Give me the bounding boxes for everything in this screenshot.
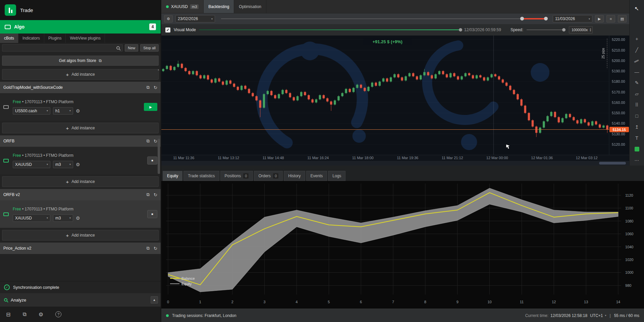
symbol-select[interactable]: XAUUSD▾	[13, 161, 50, 168]
pencil-icon[interactable]: ✎	[630, 77, 644, 88]
windows-icon[interactable]: ⧉	[22, 311, 26, 317]
algo-name-row[interactable]: ORFB v2⧉↻	[0, 189, 161, 200]
results-tab-trade-statistics[interactable]: Trade statistics	[183, 171, 219, 181]
chart-horizontal-scrollbar[interactable]	[161, 161, 629, 166]
more-tools-icon[interactable]: ⋯	[630, 154, 644, 166]
playback-handle[interactable]	[459, 28, 462, 31]
equity-chart[interactable]: 9801000102010401060108011001120012345678…	[161, 181, 644, 309]
visual-mode-checkbox[interactable]: ✓	[165, 27, 170, 33]
end-date-select[interactable]: 11/03/2026 ▾	[553, 15, 592, 22]
speed-slider[interactable]	[527, 28, 566, 32]
results-tab-orders[interactable]: Orders0	[254, 171, 283, 181]
shapes-icon[interactable]: ▱	[630, 88, 644, 100]
stop-backtest-button[interactable]: ■	[606, 15, 615, 22]
results-tab-positions[interactable]: Positions0	[220, 171, 253, 181]
get-algos-store-button[interactable]: Get algos from Store ⧉	[2, 56, 159, 66]
horizontal-line-icon[interactable]: ―	[630, 66, 644, 77]
start-instance-button[interactable]: ▶	[144, 103, 157, 111]
algo-name-row[interactable]: GoldTrapModel_withSourceCode⧉↻	[0, 82, 161, 93]
sidebar-tab-plugins[interactable]: Plugins	[44, 34, 66, 43]
timeframe-select[interactable]: m3▾	[53, 161, 73, 168]
results-tab-equity[interactable]: Equity	[163, 171, 182, 181]
rectangle-icon[interactable]: □	[630, 111, 644, 122]
reload-algo-icon[interactable]: ↻	[154, 192, 157, 197]
candlestick-chart[interactable]: 5220.005210.005200.005190.005180.005170.…	[161, 36, 629, 155]
add-instance-button[interactable]: +Add instance	[2, 69, 159, 80]
symbol-select[interactable]: XAUUSD▾	[13, 214, 50, 222]
new-button[interactable]: New	[125, 44, 138, 52]
search-box[interactable]	[2, 44, 123, 52]
results-tab-events[interactable]: Events	[306, 171, 327, 181]
status-divider: |	[610, 313, 611, 318]
settings-icon[interactable]: ⚙	[39, 311, 43, 318]
instance-settings-icon[interactable]: ⚙	[76, 215, 80, 221]
algo-name-row[interactable]: ORFB⧉↻	[0, 135, 161, 147]
start-date-select[interactable]: 23/02/2026 ▾	[175, 15, 215, 22]
stop-instance-button[interactable]: ■	[147, 210, 157, 218]
add-instance-button[interactable]: +Add instance	[2, 176, 159, 187]
collapse-up-button[interactable]: ▲	[151, 296, 158, 304]
sidebar-tab-cbots[interactable]: cBots	[0, 34, 18, 43]
add-instance-button[interactable]: +Add instance	[2, 123, 159, 133]
instance-settings-icon[interactable]: ⚙	[76, 162, 80, 167]
pointer-icon[interactable]: ↖	[630, 3, 644, 15]
symbol-select[interactable]: US500.cash▾	[13, 107, 50, 115]
speed-handle[interactable]	[562, 28, 566, 31]
results-tab-history[interactable]: History	[284, 171, 305, 181]
export-algo-icon[interactable]: ⧉	[147, 192, 150, 197]
channel-icon[interactable]: ∥	[630, 55, 644, 66]
export-algo-icon[interactable]: ⧉	[147, 246, 150, 251]
timezone-select[interactable]: UTC+1	[590, 313, 603, 318]
svg-text:5200.00: 5200.00	[612, 59, 625, 63]
trade-header[interactable]: Trade	[0, 0, 161, 20]
algo-instance-row[interactable]: Free • 17070113 • FTMO PlatformXAUUSD▾m3…	[0, 147, 161, 174]
stop-instance-button[interactable]: ■	[147, 156, 157, 165]
export-chart-icon[interactable]: ↥	[630, 122, 644, 133]
stop-all-button[interactable]: Stop all	[140, 44, 159, 52]
save-report-button[interactable]: ▤	[618, 15, 627, 22]
algo-instance-row[interactable]: Free • 17070113 • FTMO PlatformUS500.cas…	[0, 93, 161, 121]
playback-progress-slider[interactable]	[199, 28, 461, 32]
timeframe-select[interactable]: h1▾	[53, 107, 73, 115]
text-tool-icon[interactable]: T	[630, 132, 644, 143]
hscroll-thumb[interactable]	[599, 162, 626, 165]
range-handle-left[interactable]	[520, 17, 524, 20]
scroll-up-icon[interactable]: ▲	[157, 68, 160, 71]
reload-algo-icon[interactable]: ↻	[154, 246, 157, 251]
scrollbar-thumb[interactable]	[158, 139, 160, 174]
timeframe-select[interactable]: m3▾	[53, 214, 73, 222]
spin-down-icon[interactable]: ▼	[589, 30, 591, 32]
trendline-icon[interactable]: ╱	[630, 44, 644, 55]
export-algo-icon[interactable]: ⧉	[147, 138, 150, 144]
sidebar-scrollbar[interactable]: ▲	[158, 72, 160, 255]
equity-panel[interactable]: 9801000102010401060108011001120012345678…	[161, 181, 644, 309]
sidebar-tab-webview-plugins[interactable]: WebView plugins	[66, 34, 105, 43]
export-algo-icon[interactable]: ⧉	[147, 85, 150, 90]
range-handle-right[interactable]	[544, 17, 548, 20]
tab-symbol-xauusd[interactable]: XAUUSDm3	[161, 0, 204, 13]
panels-icon[interactable]: ⊟	[6, 311, 10, 318]
sidebar-tab-indicators[interactable]: Indicators	[18, 34, 44, 43]
algo-instance-row[interactable]: Free • 17070113 • FTMO PlatformXAUUSD▾m3…	[0, 200, 161, 228]
backtest-settings-button[interactable]: ⚙	[164, 15, 173, 22]
algo-name-row[interactable]: Price_Action v2⧉↻	[0, 243, 161, 254]
color-swatch[interactable]	[630, 143, 644, 154]
results-tab-label: Events	[311, 174, 323, 178]
help-icon[interactable]: ?	[55, 311, 61, 317]
algo-section-header[interactable]: Algo 4	[0, 20, 161, 34]
reload-algo-icon[interactable]: ↻	[154, 85, 157, 90]
results-tab-logs[interactable]: Logs	[328, 171, 345, 181]
play-backtest-button[interactable]: ▶	[595, 15, 604, 22]
price-chart-panel[interactable]: 5220.005210.005200.005190.005180.005170.…	[161, 36, 629, 155]
dots-grid-icon[interactable]: ⠿	[630, 100, 644, 111]
instance-settings-icon[interactable]: ⚙	[76, 108, 80, 114]
date-range-slider[interactable]	[221, 15, 547, 22]
reload-algo-icon[interactable]: ↻	[154, 139, 157, 144]
search-input[interactable]	[5, 46, 116, 50]
analyze-button[interactable]: Analyze ▲	[0, 293, 161, 307]
speed-select[interactable]: 1000000x ▲ ▼	[569, 26, 593, 34]
tab-optimisation[interactable]: Optimisation	[234, 0, 266, 13]
tab-backtesting[interactable]: Backtesting	[204, 0, 234, 13]
add-instance-button[interactable]: +Add instance	[2, 230, 159, 241]
crosshair-icon[interactable]: +	[630, 34, 644, 45]
